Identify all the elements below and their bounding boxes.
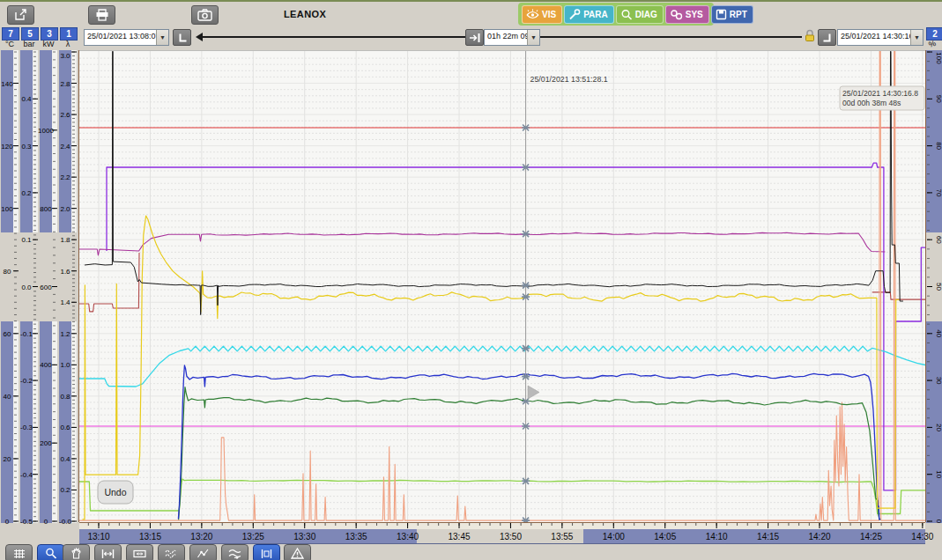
scatter-line-icon xyxy=(197,549,210,559)
x-axis-label: 13:55 xyxy=(551,532,573,542)
axis-tick-label: 20 xyxy=(935,424,942,431)
axis-tick-label: 0.4 xyxy=(21,95,32,103)
x-axis-label: 14:05 xyxy=(654,532,676,542)
toolbar-compress-h-button[interactable] xyxy=(126,544,153,560)
axis-tick-label: -0.1 xyxy=(20,330,33,338)
expand-horizontal-icon xyxy=(101,549,115,559)
toolbar-expand-h-button[interactable] xyxy=(94,544,122,560)
toolbar-layers-button[interactable] xyxy=(221,544,248,560)
axis-tick-label: 0.2 xyxy=(60,486,70,494)
axis-tick-label: 140 xyxy=(1,80,13,88)
axis-tick-label: 1.8 xyxy=(60,236,70,244)
x-axis-label: 13:45 xyxy=(449,532,471,542)
grid-icon xyxy=(13,549,26,559)
range-tooltip-line2: 00d 00h 38m 48s xyxy=(842,99,901,107)
x-axis-tick-strip[interactable] xyxy=(79,523,925,529)
axis-tick-label: 2.0 xyxy=(60,205,70,213)
axis-tick-label: 200 xyxy=(40,439,52,447)
axis-tick-label: -0.2 xyxy=(20,377,33,385)
axis-tick-label: 1.4 xyxy=(60,298,70,306)
axis-tick-label: 100 xyxy=(935,52,942,64)
axis-tick-label: 70 xyxy=(935,188,942,196)
toolbar-zoom-button[interactable] xyxy=(37,544,64,560)
axis-tick-label: 20 xyxy=(4,455,11,463)
axis-tick-label: 800 xyxy=(40,205,52,213)
toolbar-warning-button[interactable] xyxy=(284,544,311,560)
x-axis-label: 13:15 xyxy=(139,532,161,542)
axis-tick-label: 2.2 xyxy=(60,173,70,181)
axis-pan-band-left[interactable] xyxy=(0,232,78,321)
trend-chart[interactable]: 1401201008060402000.40.30.20.10.0-0.1-0.… xyxy=(0,2,942,544)
toolbar-scatter-button[interactable] xyxy=(189,544,217,560)
axis-tick-label: 2.6 xyxy=(60,111,70,119)
axis-tick-label: 2.8 xyxy=(60,80,70,88)
hand-icon xyxy=(70,548,82,559)
x-axis-label: 14:30 xyxy=(911,532,933,542)
x-axis-label: 13:25 xyxy=(242,532,264,542)
x-axis-label: 13:30 xyxy=(293,532,315,542)
axis-tick-label: 80 xyxy=(935,142,942,150)
axis-tick-label: 0.3 xyxy=(21,143,32,151)
toolbar-curves-button[interactable] xyxy=(158,544,185,560)
axis-tick-label: 60 xyxy=(935,236,942,244)
axis-tick-label: 10 xyxy=(935,470,942,478)
axis-tick-label: 2.4 xyxy=(60,143,70,151)
compress-horizontal-icon xyxy=(133,549,146,559)
toolbar-pan-button[interactable] xyxy=(63,544,90,560)
x-axis-label: 13:50 xyxy=(500,532,522,542)
axis-tick-label: 400 xyxy=(40,361,52,369)
x-axis-label: 13:40 xyxy=(397,532,419,542)
zoom-icon xyxy=(45,548,57,559)
curves-icon xyxy=(165,549,178,559)
axis-tick-label: 0 xyxy=(44,518,48,526)
cursor-time-label: 25/01/2021 13:51:28.1 xyxy=(530,75,608,84)
axis-tick-label: 1.2 xyxy=(60,330,70,338)
axis-tick-label: 120 xyxy=(1,143,13,151)
axis-tick-label: 0.2 xyxy=(21,189,32,197)
axis-tick-label: 60 xyxy=(4,330,11,338)
axis-tick-label: 0.6 xyxy=(60,424,70,431)
axis-tick-label: 3.0 xyxy=(60,52,70,60)
axis-tick-label: 0 xyxy=(5,518,10,526)
axis-tick-label: 30 xyxy=(935,377,942,385)
x-axis-label: 14:15 xyxy=(757,532,779,542)
axis-tick-label: 0.4 xyxy=(60,455,70,463)
axis-tick-label: 0.1 xyxy=(21,236,32,244)
leanox-trend-window: LEANOX VIS PARA DIAG SYS RPT 25/01/2021 … xyxy=(0,0,942,560)
x-axis-label: 14:00 xyxy=(603,532,625,542)
axis-tick-label: 1000 xyxy=(38,127,54,135)
x-axis-label: 14:10 xyxy=(706,532,728,542)
undo-button[interactable]: Undo xyxy=(98,481,133,504)
axis-tick-label: 40 xyxy=(4,393,11,401)
axis-tick-label: -0.0 xyxy=(59,518,71,526)
axis-tick-label: 0 xyxy=(935,519,942,524)
cursor-values-icon xyxy=(260,549,273,559)
axis-tick-label: 1.0 xyxy=(60,361,70,369)
range-tooltip-line1: 25/01/2021 14:30:16.8 xyxy=(842,89,918,98)
axis-tick-label: 50 xyxy=(935,283,942,291)
axis-tick-label: -0.3 xyxy=(20,424,33,431)
x-axis-label: 14:20 xyxy=(809,532,831,542)
x-axis-label: 13:10 xyxy=(87,532,109,542)
axis-tick-label: 100 xyxy=(1,205,13,213)
warning-icon xyxy=(291,548,304,559)
axis-tick-label: 80 xyxy=(4,268,11,276)
axis-tick-label: -0.5 xyxy=(20,518,33,526)
axis-tick-label: 600 xyxy=(40,284,52,291)
x-axis-label: 13:35 xyxy=(345,532,367,542)
toolbar-cursor-values-button[interactable] xyxy=(253,544,280,560)
axis-tick-label: 1.6 xyxy=(60,268,70,276)
axis-tick-label: 0.8 xyxy=(60,393,70,401)
x-axis-label: 13:20 xyxy=(190,532,212,542)
axis-tick-label: 40 xyxy=(935,329,942,337)
x-axis-label: 14:25 xyxy=(860,532,882,542)
layers-icon xyxy=(228,549,241,559)
undo-label: Undo xyxy=(104,487,126,497)
axis-tick-label: -0.4 xyxy=(20,471,33,479)
toolbar-grid-button[interactable] xyxy=(5,544,33,560)
axis-tick-label: 90 xyxy=(935,95,942,103)
axis-tick-label: 0.0 xyxy=(21,284,32,291)
